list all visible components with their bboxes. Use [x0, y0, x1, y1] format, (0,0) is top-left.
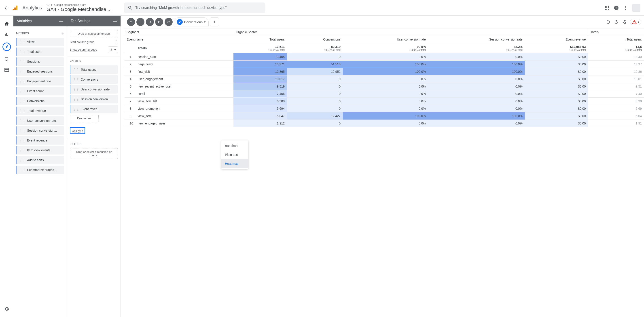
property-selector[interactable]: GA4 - Google Merchandise Store GA4 - Goo…: [46, 3, 112, 12]
cell-scr: 0.0%: [428, 83, 525, 90]
start-col-value[interactable]: 1: [116, 40, 118, 44]
brand-label: Analytics: [22, 5, 42, 11]
nav-home[interactable]: [4, 21, 10, 27]
nav-settings[interactable]: [4, 306, 10, 312]
table-row[interactable]: 5new_recent_active_user9,51900.0%0.0%$0.…: [124, 83, 644, 90]
kebab-menu-icon[interactable]: [623, 5, 628, 11]
cell-scr: 0.0%: [428, 90, 525, 98]
col-scr[interactable]: Session conversion rate: [428, 36, 525, 43]
cell-cv: 0: [287, 105, 343, 112]
cell-rev: $0.00: [525, 76, 588, 83]
nav-explore[interactable]: [2, 43, 11, 51]
metric-chip[interactable]: ⋮⋮Engagement rate: [16, 77, 64, 86]
table-row[interactable]: 1session_start13,40500.0%0.0%$0.0013,40: [124, 53, 644, 61]
drag-grip-icon: ⋮⋮: [19, 50, 25, 54]
metric-chip[interactable]: ⋮⋮Session conversion...: [16, 126, 64, 135]
cell-cv: 0: [287, 90, 343, 98]
drag-grip-icon: ⋮⋮: [19, 89, 25, 93]
active-tab[interactable]: Conversions ▾: [174, 18, 209, 27]
celltype-option-plaintext[interactable]: Plain text: [222, 150, 248, 159]
nav-advertising[interactable]: [4, 56, 10, 62]
table-row[interactable]: 9view_item5,04712,427100.0%100.0%$0.005,…: [124, 112, 644, 120]
svg-point-8: [5, 57, 8, 61]
cell-scr: 100.0%: [428, 68, 525, 76]
value-chip[interactable]: ⋮⋮User conversion rate: [70, 85, 118, 94]
table-icon: [4, 67, 10, 73]
value-chip[interactable]: ⋮⋮Session conversion...: [70, 95, 118, 103]
add-metric-button[interactable]: +: [61, 31, 64, 37]
collapse-tabsettings-button[interactable]: —: [113, 19, 117, 24]
cell-tu2: 12,86: [588, 68, 644, 76]
tab-letter[interactable]: O: [127, 18, 135, 26]
svg-rect-10: [634, 21, 634, 22]
nav-configure[interactable]: [4, 67, 10, 73]
metric-chip[interactable]: ⋮⋮Engaged sessions: [16, 67, 64, 76]
table-row[interactable]: 7view_item_list6,38800.0%0.0%$0.006,38: [124, 98, 644, 105]
drag-grip-icon: ⋮⋮: [19, 168, 25, 172]
table-row[interactable]: 2page_view13,37151,518100.0%100.0%$0.001…: [124, 61, 644, 68]
metric-chip-label: Engaged sessions: [27, 70, 52, 73]
metric-chip[interactable]: ⋮⋮Sessions: [16, 57, 64, 66]
tab-letter[interactable]: B: [155, 18, 163, 26]
celltype-option-heatmap[interactable]: Heat map: [222, 159, 248, 168]
drag-grip-icon: ⋮⋮: [19, 60, 25, 64]
col-ucr[interactable]: User conversion rate: [343, 36, 428, 43]
show-col-select[interactable]: 5: [108, 46, 118, 53]
col-total-users-2[interactable]: ↓ Total users: [588, 36, 644, 43]
segment-name: Organic Search: [234, 29, 588, 36]
metric-chip[interactable]: ⋮⋮Total users: [16, 48, 64, 56]
table-row[interactable]: 6scroll7,40600.0%0.0%$0.007,40: [124, 90, 644, 98]
metric-chip[interactable]: ⋮⋮User conversion rate: [16, 116, 64, 125]
add-tab-button[interactable]: +: [210, 18, 219, 27]
totals-ucr: 99.5%100.0% of total: [343, 43, 428, 53]
metric-chip[interactable]: ⋮⋮Add to carts: [16, 156, 64, 164]
table-row[interactable]: 4user_engagement10,01700.0%0.0%$0.0010,0…: [124, 76, 644, 83]
help-icon[interactable]: ?: [614, 5, 619, 11]
table-row[interactable]: 8view_promotion5,69400.0%0.0%$0.005,69: [124, 105, 644, 112]
apps-icon[interactable]: [604, 5, 610, 11]
col-revenue[interactable]: Event revenue: [525, 36, 588, 43]
table-row[interactable]: 3first_visit12,86512,952100.0%100.0%$0.0…: [124, 68, 644, 76]
event-name: user_engagement: [136, 76, 234, 83]
value-chip[interactable]: ⋮⋮Event reven...: [70, 105, 118, 113]
undo-icon[interactable]: [606, 20, 611, 25]
metric-chip[interactable]: ⋮⋮Ecommerce purcha...: [16, 166, 64, 174]
table-row[interactable]: 10new_engaged_user1,91200.0%0.0%$0.001,9…: [124, 120, 644, 127]
property-name-big: GA4 - Google Merchandise ...: [46, 7, 112, 12]
drop-filter-zone[interactable]: Drop or select dimension or metric: [70, 148, 118, 159]
cell-tu2: 5,69: [588, 105, 644, 112]
celltype-control[interactable]: Cell type: [70, 127, 85, 134]
nav-reports[interactable]: [4, 32, 10, 37]
tab-letter[interactable]: D: [146, 18, 154, 26]
tabsettings-header: Tab Settings —: [67, 16, 120, 27]
cell-tu: 12,865: [234, 68, 287, 76]
share-icon[interactable]: [622, 20, 627, 25]
home-icon: [4, 21, 10, 27]
celltype-option-barchart[interactable]: Bar chart: [222, 141, 248, 150]
metric-chip[interactable]: ⋮⋮Total revenue: [16, 107, 64, 115]
metric-chip[interactable]: ⋮⋮Conversions: [16, 97, 64, 105]
drop-value-zone[interactable]: Drop or sel: [70, 115, 98, 122]
cell-rev: $0.00: [525, 68, 588, 76]
drop-dimension-zone[interactable]: Drop or select dimension: [70, 30, 118, 37]
redo-icon[interactable]: [614, 20, 619, 25]
alert-chip[interactable]: ▾: [630, 19, 641, 25]
collapse-variables-button[interactable]: —: [59, 19, 63, 24]
value-chip[interactable]: ⋮⋮Conversions: [70, 75, 118, 84]
data-table: Bar chart Plain text Heat map Segment Or…: [124, 28, 644, 317]
search-bar[interactable]: Try searching "MoM growth in users for e…: [124, 3, 265, 13]
metric-chip[interactable]: ⋮⋮Event count: [16, 87, 64, 95]
cell-tu: 5,694: [234, 105, 287, 112]
back-button[interactable]: [4, 5, 9, 11]
metric-chip[interactable]: ⋮⋮Views: [16, 38, 64, 46]
col-conversions[interactable]: Conversions: [287, 36, 343, 43]
avatar[interactable]: [632, 4, 640, 12]
metric-chip[interactable]: ⋮⋮Item view events: [16, 146, 64, 154]
metric-chip[interactable]: ⋮⋮Event revenue: [16, 136, 64, 145]
value-chip[interactable]: ⋮⋮Total users: [70, 65, 118, 74]
col-total-users[interactable]: Total users: [234, 36, 287, 43]
tab-dropdown-icon[interactable]: ▾: [204, 20, 206, 24]
tab-letter[interactable]: C: [164, 18, 173, 26]
cell-cv: 12,952: [287, 68, 343, 76]
tab-letter[interactable]: L: [136, 18, 144, 26]
